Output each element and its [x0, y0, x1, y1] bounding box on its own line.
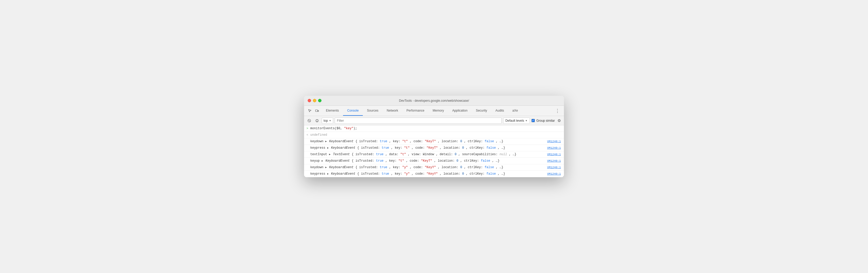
line-source[interactable]: VM1240:1	[547, 159, 564, 163]
maximize-button[interactable]	[318, 99, 321, 102]
toolbar-right: ⋮	[553, 107, 562, 115]
line-source[interactable]: VM1240:1	[547, 146, 564, 149]
svg-rect-1	[318, 110, 319, 111]
tab-axe[interactable]: aXe	[508, 106, 522, 116]
svg-rect-0	[315, 110, 317, 111]
nav-tabs: Elements Console Sources Network Perform…	[321, 106, 522, 116]
minimize-button[interactable]	[313, 99, 316, 102]
tab-performance[interactable]: Performance	[402, 106, 429, 116]
device-toolbar-icon[interactable]	[313, 107, 321, 114]
line-content: keyup ► KeyboardEvent { isTrusted: true …	[309, 159, 547, 163]
line-content: keydown ► KeyboardEvent { isTrusted: tru…	[309, 139, 547, 144]
inspect-icon[interactable]	[306, 107, 313, 114]
tab-security[interactable]: Security	[472, 106, 491, 116]
line-content: keypress ► KeyboardEvent { isTrusted: tr…	[309, 145, 547, 150]
line-content: undefined	[309, 133, 564, 137]
line-source[interactable]: VM1240:1	[547, 140, 564, 143]
context-selector[interactable]: top ▼	[322, 117, 333, 124]
console-line-6: keyup ► KeyboardEvent { isTrusted: true …	[304, 158, 564, 164]
console-line-2: < undefined	[304, 132, 564, 138]
traffic-lights	[308, 99, 321, 102]
tab-memory[interactable]: Memory	[429, 106, 448, 116]
console-line-7: keydown ► KeyboardEvent { isTrusted: tru…	[304, 164, 564, 171]
titlebar: DevTools - developers.google.com/web/sho…	[304, 96, 564, 106]
group-similar-checkbox[interactable]	[531, 119, 535, 122]
line-source[interactable]: VM1240:1	[547, 166, 564, 169]
close-button[interactable]	[308, 99, 311, 102]
window-title: DevTools - developers.google.com/web/sho…	[399, 99, 469, 103]
expand-icon[interactable]: ►	[327, 173, 329, 175]
console-clear-button[interactable]	[306, 117, 312, 124]
expand-icon[interactable]: ►	[326, 166, 327, 169]
filter-input[interactable]	[335, 117, 502, 124]
chevron-down-icon: ▼	[525, 120, 528, 122]
console-line-1: > monitorEvents($0, "key");	[304, 125, 564, 132]
console-line-8: keypress ► KeyboardEvent { isTrusted: tr…	[304, 171, 564, 177]
line-prefix: <	[304, 133, 309, 137]
expand-icon[interactable]: ►	[329, 153, 331, 156]
expand-icon[interactable]: ►	[326, 140, 327, 143]
expand-icon[interactable]: ►	[327, 147, 329, 149]
tab-elements[interactable]: Elements	[322, 106, 343, 116]
tab-console[interactable]: Console	[343, 106, 363, 116]
console-line-4: keypress ► KeyboardEvent { isTrusted: tr…	[304, 145, 564, 151]
line-content: monitorEvents($0, "key");	[309, 126, 564, 131]
tab-sources[interactable]: Sources	[363, 106, 382, 116]
line-content: keypress ► KeyboardEvent { isTrusted: tr…	[309, 172, 547, 176]
console-filter-button[interactable]	[314, 117, 320, 124]
group-similar-container: Group similar	[531, 119, 555, 123]
settings-icon[interactable]: ⚙	[556, 117, 562, 124]
devtools-window: DevTools - developers.google.com/web/sho…	[304, 96, 564, 177]
tab-application[interactable]: Application	[448, 106, 472, 116]
console-output: > monitorEvents($0, "key"); < undefined …	[304, 125, 564, 177]
levels-selector[interactable]: Default levels ▼	[503, 117, 530, 124]
more-options-icon[interactable]: ⋮	[553, 107, 562, 115]
tab-audits[interactable]: Audits	[491, 106, 508, 116]
line-source[interactable]: VM1240:1	[547, 172, 564, 175]
line-content: textInput ► TextEvent { isTrusted: true …	[309, 152, 547, 157]
console-line-3: keydown ► KeyboardEvent { isTrusted: tru…	[304, 138, 564, 145]
tab-network[interactable]: Network	[382, 106, 402, 116]
expand-icon[interactable]: ►	[321, 160, 323, 163]
console-line-5: textInput ► TextEvent { isTrusted: true …	[304, 151, 564, 158]
line-source[interactable]: VM1240:1	[547, 153, 564, 156]
line-prefix: >	[304, 127, 309, 130]
console-toolbar: top ▼ Default levels ▼ Group similar ⚙	[304, 116, 564, 125]
line-content: keydown ► KeyboardEvent { isTrusted: tru…	[309, 165, 547, 170]
nav-toolbar: Elements Console Sources Network Perform…	[304, 106, 564, 116]
svg-line-3	[308, 120, 310, 122]
chevron-down-icon: ▼	[329, 120, 331, 122]
